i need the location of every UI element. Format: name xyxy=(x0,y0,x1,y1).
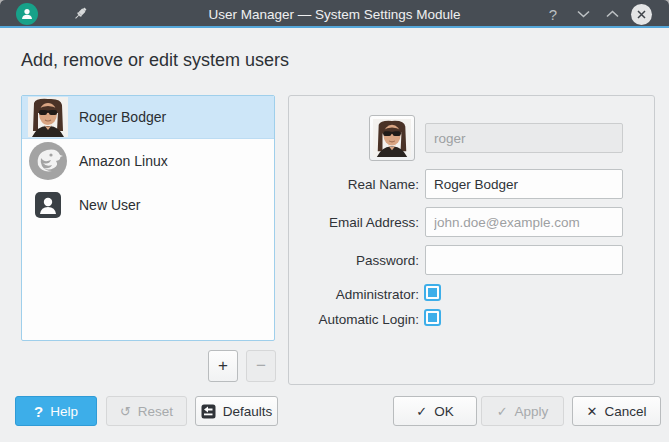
maximize-icon[interactable] xyxy=(599,0,625,28)
page-title: Add, remove or edit system users xyxy=(21,50,289,71)
check-icon: ✓ xyxy=(416,404,427,419)
real-name-label: Real Name: xyxy=(293,177,419,192)
user-details-panel: Real Name: Email Address: Password: Admi… xyxy=(288,95,655,385)
reset-icon: ↺ xyxy=(120,404,131,419)
ok-button[interactable]: ✓ OK xyxy=(393,396,477,426)
roger-avatar xyxy=(28,97,68,137)
real-name-field[interactable] xyxy=(425,169,623,199)
list-item-roger-bodger[interactable]: Roger Bodger xyxy=(22,95,274,139)
x-icon: ✕ xyxy=(587,404,598,419)
list-item-new-user[interactable]: New User xyxy=(22,183,274,227)
list-item-amazon-linux[interactable]: Amazon Linux xyxy=(22,139,274,183)
list-item-label: New User xyxy=(79,197,140,213)
add-user-button[interactable]: + xyxy=(208,350,238,382)
new-user-icon xyxy=(28,185,68,225)
remove-user-button[interactable]: − xyxy=(246,350,276,382)
apply-button[interactable]: ✓ Apply xyxy=(481,396,564,426)
minimize-icon[interactable] xyxy=(570,0,596,28)
titlebar-help-icon[interactable]: ? xyxy=(540,0,566,28)
list-item-label: Roger Bodger xyxy=(79,109,166,125)
username-field[interactable] xyxy=(425,123,623,153)
email-field[interactable] xyxy=(425,207,623,237)
password-field[interactable] xyxy=(425,245,623,275)
user-manager-window: User Manager — System Settings Module ? … xyxy=(0,0,669,442)
automatic-login-checkbox[interactable] xyxy=(424,309,441,326)
password-label: Password: xyxy=(293,253,419,268)
administrator-checkbox[interactable] xyxy=(424,284,441,301)
automatic-login-label: Automatic Login: xyxy=(293,312,419,327)
close-icon[interactable] xyxy=(628,0,654,28)
email-label: Email Address: xyxy=(293,215,419,230)
window-title: User Manager — System Settings Module xyxy=(0,0,669,28)
defaults-icon xyxy=(201,404,216,419)
reset-button[interactable]: ↺ Reset xyxy=(106,396,187,426)
defaults-button[interactable]: Defaults xyxy=(195,396,278,426)
list-item-label: Amazon Linux xyxy=(79,153,168,169)
check-icon: ✓ xyxy=(497,404,508,419)
user-list: Roger Bodger Amazon Linux New User xyxy=(21,95,275,341)
amazon-linux-logo xyxy=(28,141,68,181)
help-button[interactable]: ? Help xyxy=(15,396,97,426)
administrator-label: Administrator: xyxy=(293,287,419,302)
titlebar[interactable]: User Manager — System Settings Module ? xyxy=(0,0,669,28)
help-icon: ? xyxy=(34,403,43,420)
cancel-button[interactable]: ✕ Cancel xyxy=(572,396,661,426)
avatar-button[interactable] xyxy=(369,115,415,161)
